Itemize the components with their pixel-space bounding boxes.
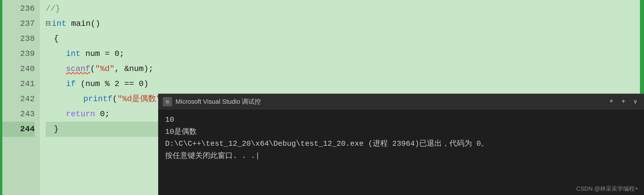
line-number-236: 236 [2, 1, 35, 16]
code-line-238: { [46, 31, 644, 46]
terminal-icon: ⊡ [163, 97, 172, 106]
terminal-add-button[interactable]: + [619, 96, 628, 107]
terminal-output-line-2: 10是偶数 [165, 126, 637, 138]
code-token-fn: printf [83, 93, 112, 105]
line-number-241: 241 [2, 76, 35, 92]
code-token: ( [112, 93, 117, 105]
line-numbers: 236 237 238 239 240 241 242 243 244 [2, 0, 40, 195]
code-token-kw: return [66, 108, 95, 120]
terminal-window: ⊡ Microsoft Visual Studio 调试控 × + ∨ 10 1… [158, 94, 644, 195]
terminal-title: Microsoft Visual Studio 调试控 [176, 97, 604, 106]
terminal-chevron-button[interactable]: ∨ [631, 97, 639, 106]
code-token: { [54, 32, 59, 45]
terminal-titlebar: ⊡ Microsoft Visual Studio 调试控 × + ∨ [158, 94, 644, 109]
code-token-kw: if [66, 78, 76, 90]
code-token: //} [46, 2, 60, 15]
code-token-kw: int [52, 17, 66, 30]
code-token: num = 0; [80, 48, 124, 60]
line-number-239: 239 [2, 46, 35, 61]
line-number-243: 243 [2, 107, 35, 122]
line-number-242: 242 [2, 92, 35, 107]
csdn-watermark: CSDN @林采采学编程+ [576, 185, 638, 193]
code-token: } [54, 123, 59, 135]
left-accent-bar [0, 0, 2, 195]
line-number-244: 244 [2, 122, 35, 137]
collapse-marker-icon[interactable]: ⊟ [46, 17, 51, 30]
code-token: ( [90, 63, 95, 75]
line-number-240: 240 [2, 61, 35, 76]
code-token-fn: scanf [66, 63, 90, 75]
terminal-close-button[interactable]: × [607, 97, 615, 106]
code-line-237: ⊟ int main() [46, 16, 644, 31]
code-token-str: "%d是偶数" [117, 93, 161, 105]
terminal-output-line-1: 10 [165, 114, 637, 126]
editor-area: 236 237 238 239 240 241 242 243 244 //} … [0, 0, 644, 195]
code-token: main() [66, 17, 100, 30]
code-token: (num % 2 == 0) [76, 78, 149, 90]
code-token-kw: int [66, 48, 80, 60]
code-token-str: "%d" [95, 63, 115, 75]
code-token: , &num); [115, 63, 153, 75]
code-line-239: int num = 0; [46, 46, 644, 61]
terminal-output-line-4: 按任意键关闭此窗口. . .| [165, 150, 637, 162]
code-line-240: scanf ( "%d" , &num); [46, 61, 644, 76]
line-number-238: 238 [2, 31, 35, 46]
code-line-236: //} [46, 1, 644, 16]
terminal-output-line-3: D:\C\C++\test_12_20\x64\Debug\test_12_20… [165, 138, 637, 150]
terminal-body: 10 10是偶数 D:\C\C++\test_12_20\x64\Debug\t… [158, 109, 644, 195]
code-line-241: if (num % 2 == 0) [46, 76, 644, 92]
code-token: 0; [95, 108, 110, 120]
line-number-237: 237 [2, 16, 35, 31]
